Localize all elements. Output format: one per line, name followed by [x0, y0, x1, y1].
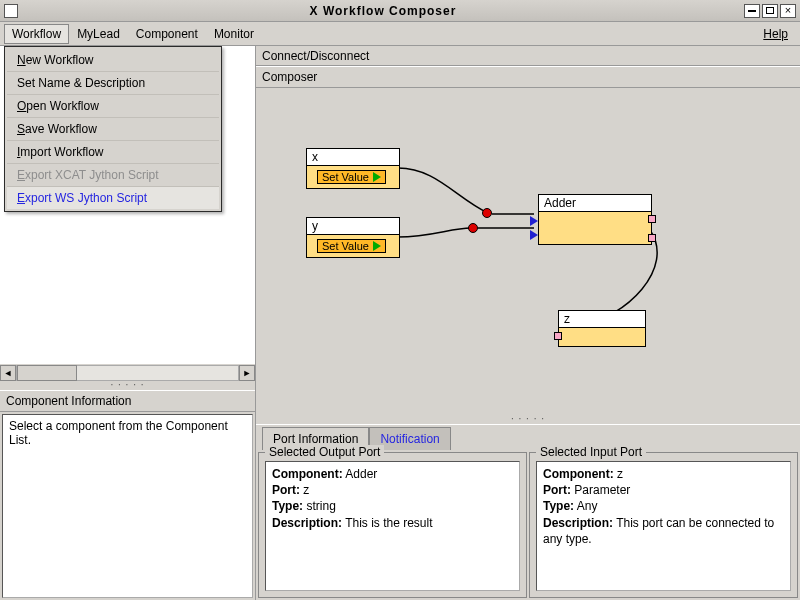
menu-component[interactable]: Component: [128, 24, 206, 44]
menu-help[interactable]: Help: [755, 24, 796, 44]
node-y-label: y: [307, 218, 399, 235]
workflow-dropdown: NNew Workflowew Workflow Set Name & Desc…: [4, 46, 222, 212]
menu-export-xcat: Export XCAT Jython Script: [7, 164, 219, 187]
splitter-horizontal[interactable]: · · · · ·: [256, 416, 800, 424]
input-port-legend: Selected Input Port: [536, 445, 646, 459]
node-z-label: z: [559, 311, 645, 328]
set-value-button[interactable]: Set Value: [317, 239, 386, 253]
selected-input-port-box: Selected Input Port Component: z Port: P…: [529, 452, 798, 598]
scroll-right-btn[interactable]: ►: [239, 365, 255, 381]
node-x[interactable]: x Set Value: [306, 148, 400, 189]
window-system-icon[interactable]: [4, 4, 18, 18]
splitter-horizontal[interactable]: · · · · ·: [0, 382, 255, 390]
menu-save-workflow[interactable]: Save Workflow: [7, 118, 219, 141]
composer-canvas[interactable]: x Set Value y Set Value Adder: [256, 88, 800, 416]
menu-monitor[interactable]: Monitor: [206, 24, 262, 44]
scroll-track[interactable]: [16, 365, 239, 381]
node-y[interactable]: y Set Value: [306, 217, 400, 258]
right-column: Connect/Disconnect Composer x Set Value: [256, 46, 800, 600]
component-info-title: Component Information: [0, 390, 255, 412]
node-z[interactable]: z: [558, 310, 646, 347]
output-port[interactable]: [648, 215, 656, 223]
bottom-info-panel: Port Information Notification Selected O…: [256, 424, 800, 600]
input-port[interactable]: [530, 230, 538, 240]
connect-disconnect-bar: Connect/Disconnect: [256, 46, 800, 66]
h-scrollbar[interactable]: ◄ ►: [0, 364, 255, 382]
component-info-body: Select a component from the Component Li…: [2, 414, 253, 598]
title-bar: X Workflow Composer ×: [0, 0, 800, 22]
menu-mylead[interactable]: MyLead: [69, 24, 128, 44]
window-title: X Workflow Composer: [24, 4, 742, 18]
component-info-panel: Component Information Select a component…: [0, 390, 255, 600]
play-icon: [373, 172, 381, 182]
output-port-content: Component: Adder Port: z Type: string De…: [265, 461, 520, 591]
close-button[interactable]: ×: [780, 4, 796, 18]
scroll-thumb[interactable]: [17, 365, 77, 381]
minimize-button[interactable]: [744, 4, 760, 18]
input-port-content: Component: z Port: Parameter Type: Any D…: [536, 461, 791, 591]
menu-bar: Workflow MyLead Component Monitor Help N…: [0, 22, 800, 46]
selected-output-port-box: Selected Output Port Component: Adder Po…: [258, 452, 527, 598]
menu-workflow[interactable]: Workflow: [4, 24, 69, 44]
play-icon: [373, 241, 381, 251]
node-adder-label: Adder: [539, 195, 651, 212]
output-port[interactable]: [648, 234, 656, 242]
connector-dot[interactable]: [482, 208, 492, 218]
menu-set-name-desc[interactable]: Set Name & Description: [7, 72, 219, 95]
menu-open-workflow[interactable]: Open Workflow: [7, 95, 219, 118]
input-port[interactable]: [554, 332, 562, 340]
menu-new-workflow[interactable]: NNew Workflowew Workflow: [7, 49, 219, 72]
maximize-button[interactable]: [762, 4, 778, 18]
menu-import-workflow[interactable]: Import Workflow: [7, 141, 219, 164]
connect-disconnect-label[interactable]: Connect/Disconnect: [262, 49, 369, 63]
node-adder[interactable]: Adder: [538, 194, 652, 245]
node-x-label: x: [307, 149, 399, 166]
menu-export-ws[interactable]: Export WS Jython Script: [7, 187, 219, 209]
input-port[interactable]: [530, 216, 538, 226]
scroll-left-btn[interactable]: ◄: [0, 365, 16, 381]
set-value-button[interactable]: Set Value: [317, 170, 386, 184]
output-port-legend: Selected Output Port: [265, 445, 384, 459]
connector-dot[interactable]: [468, 223, 478, 233]
composer-title: Composer: [256, 66, 800, 88]
